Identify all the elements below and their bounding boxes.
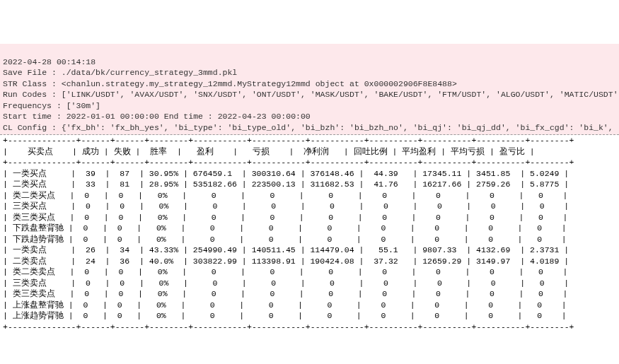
log-header: 2022-04-28 00:14:18 Save File : ./data/b… xyxy=(0,44,619,135)
log-frequencys: Frequencys : ['30m'] xyxy=(3,101,100,110)
log-run-codes: Run Codes : ['LINK/USDT', 'AVAX/USDT', '… xyxy=(3,90,619,99)
log-start-time: Start time : 2022-01-01 00:00:00 End tim… xyxy=(3,112,311,121)
results-table: +--------------+------+------+--------+-… xyxy=(0,135,619,332)
log-save-file: Save File : ./data/bk/currency_strategy_… xyxy=(3,68,237,77)
log-str-class: STR Class : <chanlun.strategy.my_strateg… xyxy=(3,79,457,88)
log-timestamp: 2022-04-28 00:14:18 xyxy=(3,57,96,66)
log-cl-config: CL Config : {'fx_bh': 'fx_bh_yes', 'bi_t… xyxy=(3,123,619,132)
